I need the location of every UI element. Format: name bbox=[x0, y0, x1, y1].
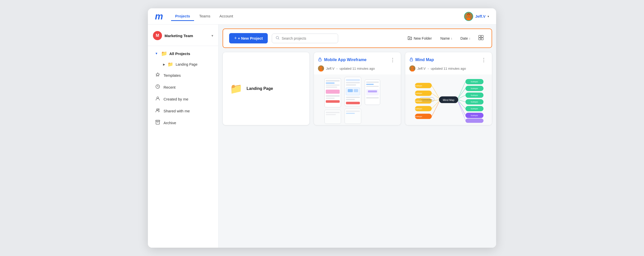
svg-rect-47 bbox=[326, 112, 340, 113]
sidebar-item-created-by-me[interactable]: Created by me bbox=[150, 93, 216, 105]
project-title-row-mindmap: Mind Map bbox=[409, 57, 434, 62]
project-meta: Jeff.V - updated 11 minutes ago bbox=[314, 65, 400, 74]
svg-rect-21 bbox=[326, 80, 340, 82]
sort-date-label: Date bbox=[460, 36, 468, 40]
svg-rect-24 bbox=[326, 87, 337, 88]
svg-rect-41 bbox=[366, 84, 374, 85]
folder-icon: 📁 bbox=[161, 50, 167, 57]
team-selector[interactable]: M Marketing Team ▾ bbox=[148, 29, 218, 43]
sort-date-arrow-icon: ↓ bbox=[469, 37, 470, 40]
sidebar-item-templates[interactable]: Templates bbox=[150, 70, 216, 81]
svg-rect-32 bbox=[346, 84, 356, 86]
folder-card-landing-page[interactable]: 📁 Landing Page bbox=[223, 52, 310, 125]
folder-card-icon: 📁 bbox=[230, 83, 243, 95]
more-options-button-mindmap[interactable]: ⋮ bbox=[480, 56, 488, 63]
sort-date-button[interactable]: Date ↓ bbox=[458, 35, 472, 42]
view-toggle-button[interactable] bbox=[476, 34, 486, 42]
project-card-mobile-app-wireframe[interactable]: Mobile App Wireframe ⋮ Jeff.V bbox=[314, 52, 401, 125]
chevron-down-icon: ▾ bbox=[488, 15, 489, 18]
svg-rect-31 bbox=[346, 82, 360, 83]
expand-arrow-icon: ▼ bbox=[155, 52, 159, 55]
templates-label: Templates bbox=[164, 73, 211, 78]
svg-rect-14 bbox=[479, 38, 481, 40]
svg-rect-48 bbox=[326, 114, 336, 115]
svg-text:Subtopic: Subtopic bbox=[415, 92, 422, 94]
meta-separator: - bbox=[336, 67, 337, 70]
search-icon bbox=[276, 36, 280, 41]
sort-name-label: Name bbox=[440, 36, 450, 40]
new-project-button[interactable]: + + New Project bbox=[229, 33, 268, 43]
tab-teams[interactable]: Teams bbox=[195, 12, 214, 21]
svg-text:Subtopic: Subtopic bbox=[415, 108, 422, 110]
sidebar-item-all-projects[interactable]: ▼ 📁 All Projects bbox=[150, 48, 216, 59]
svg-point-2 bbox=[466, 17, 471, 20]
svg-rect-10 bbox=[156, 121, 159, 124]
svg-rect-13 bbox=[481, 35, 483, 37]
svg-line-65 bbox=[432, 101, 439, 109]
svg-rect-51 bbox=[346, 113, 355, 114]
folder-plus-icon bbox=[408, 36, 412, 41]
content-area: + + New Project bbox=[219, 24, 496, 248]
toolbar: + + New Project bbox=[223, 29, 492, 48]
top-nav: m Projects Teams Account Jeff. bbox=[148, 8, 496, 24]
sort-name-button[interactable]: Name ↓ bbox=[438, 35, 454, 42]
app-logo: m bbox=[155, 12, 163, 21]
project-preview-wireframe bbox=[314, 74, 400, 125]
svg-point-7 bbox=[156, 109, 158, 110]
new-folder-label: New Folder bbox=[414, 36, 432, 40]
svg-rect-50 bbox=[346, 111, 360, 112]
project-title-mindmap: Mind Map bbox=[415, 58, 434, 62]
svg-line-80 bbox=[458, 102, 465, 115]
svg-line-64 bbox=[432, 100, 439, 101]
svg-rect-27 bbox=[326, 98, 335, 99]
folder-card-name: Landing Page bbox=[247, 86, 273, 91]
search-input[interactable] bbox=[282, 36, 334, 40]
more-options-button[interactable]: ⋮ bbox=[389, 56, 397, 63]
svg-rect-28 bbox=[326, 100, 340, 103]
svg-rect-25 bbox=[326, 90, 340, 94]
users-icon bbox=[155, 108, 160, 114]
svg-rect-35 bbox=[354, 89, 358, 92]
project-card-header: Mobile App Wireframe ⋮ bbox=[314, 52, 400, 65]
main-layout: M Marketing Team ▾ ▼ 📁 All Projects ▶ 📁 … bbox=[148, 24, 496, 248]
new-folder-button[interactable]: New Folder bbox=[405, 34, 434, 42]
project-title: Mobile App Wireframe bbox=[324, 58, 366, 62]
sub-folder-icon: 📁 bbox=[168, 62, 173, 67]
all-projects-label: All Projects bbox=[169, 52, 190, 56]
team-icon: M bbox=[153, 31, 162, 40]
svg-rect-52 bbox=[410, 59, 413, 61]
created-by-me-label: Created by me bbox=[164, 97, 211, 101]
new-project-label: + New Project bbox=[238, 36, 263, 40]
svg-rect-42 bbox=[366, 86, 379, 87]
svg-point-18 bbox=[320, 67, 322, 69]
team-name: Marketing Team bbox=[165, 34, 209, 38]
sidebar-item-shared-with-me[interactable]: Shared with me bbox=[150, 105, 216, 117]
svg-point-54 bbox=[411, 67, 413, 69]
nav-tabs: Projects Teams Account bbox=[171, 12, 464, 21]
user-area[interactable]: Jeff.V ▾ bbox=[464, 12, 489, 21]
project-card-mind-map[interactable]: Mind Map ⋮ Jeff.V - bbox=[405, 52, 492, 125]
svg-text:Subtopic: Subtopic bbox=[415, 100, 422, 102]
sidebar-item-recent[interactable]: Recent bbox=[150, 82, 216, 93]
archive-icon bbox=[155, 120, 160, 126]
project-card-header-mindmap: Mind Map ⋮ bbox=[405, 52, 492, 65]
sidebar-item-landing-page[interactable]: ▶ 📁 Landing Page bbox=[150, 60, 216, 69]
search-box[interactable] bbox=[272, 34, 338, 43]
user-name: Jeff.V bbox=[475, 14, 486, 18]
svg-text:Subtopic: Subtopic bbox=[415, 115, 422, 118]
tab-account[interactable]: Account bbox=[215, 12, 237, 21]
sidebar-item-archive[interactable]: Archive bbox=[150, 117, 216, 129]
tab-projects[interactable]: Projects bbox=[171, 12, 194, 21]
archive-label: Archive bbox=[164, 121, 211, 125]
svg-text:Connection: Connection bbox=[421, 98, 433, 101]
lock-icon bbox=[318, 57, 322, 62]
svg-text:Subtopic: Subtopic bbox=[471, 114, 478, 117]
shared-with-me-label: Shared with me bbox=[164, 109, 211, 113]
updated-time-mindmap: updated 11 minutes ago bbox=[431, 67, 466, 70]
lock-icon-mindmap bbox=[409, 57, 413, 62]
svg-line-67 bbox=[432, 102, 439, 116]
sidebar-divider bbox=[148, 46, 218, 46]
sub-expand-arrow-icon: ▶ bbox=[163, 63, 165, 66]
svg-rect-36 bbox=[346, 97, 360, 98]
svg-rect-15 bbox=[481, 38, 483, 40]
